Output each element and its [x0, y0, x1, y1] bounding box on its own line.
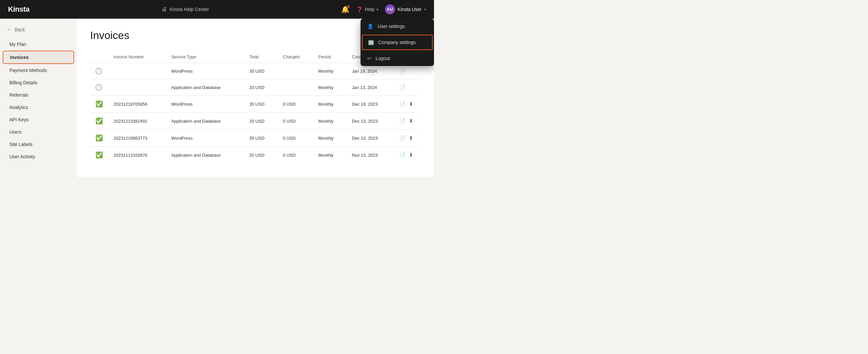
view-invoice-icon[interactable]: 📄 [399, 84, 406, 90]
invoice-status-cell: ? [90, 63, 108, 79]
back-button[interactable]: ← Back [0, 25, 32, 38]
user-icon: 👤 [367, 23, 374, 29]
created-cell: Nov 13, 2023 [346, 147, 394, 164]
notification-button[interactable]: 🔔 [341, 5, 349, 13]
help-center-label: Kinsta Help Center [169, 7, 209, 12]
view-invoice-icon[interactable]: 📄 [399, 152, 406, 158]
check-icon: ✅ [95, 118, 103, 124]
service-type-cell: WordPress [166, 96, 244, 113]
charged-cell: 0 USD [277, 147, 313, 164]
question-icon: ? [95, 68, 102, 74]
created-cell: Dec 10, 2023 [346, 130, 394, 147]
created-cell: Dec 13, 2023 [346, 113, 394, 130]
building-icon: 🏢 [368, 39, 374, 45]
invoice-status-cell: ✅ [90, 96, 108, 113]
period-cell: Monthly [313, 79, 346, 96]
help-button[interactable]: ❓ Help ▾ [356, 6, 378, 13]
dropdown-item-logout[interactable]: ↩ Logout [361, 51, 434, 66]
service-type-cell: Application and Database [166, 147, 244, 164]
invoice-status-cell: ? [90, 79, 108, 96]
col-header-total: Total [244, 51, 278, 63]
invoices-table: Invoice Number Service Type Total Charge… [90, 51, 421, 163]
view-invoice-icon[interactable]: 📄 [399, 68, 406, 74]
table-row: ✅20231213382492Application and Database2… [90, 113, 421, 130]
download-invoice-icon[interactable]: ⬇ [409, 118, 413, 124]
invoice-number-cell [108, 79, 166, 96]
charged-cell [277, 63, 313, 79]
created-cell: Jan 13, 2024 [346, 79, 394, 96]
download-invoice-icon[interactable]: ⬇ [409, 152, 413, 158]
col-header-charged: Charged [277, 51, 313, 63]
invoice-number-cell: 20231219705956 [108, 96, 166, 113]
period-cell: Monthly [313, 130, 346, 147]
actions-cell: 📄 ⬇ [394, 130, 421, 147]
service-type-cell: Application and Database [166, 79, 244, 96]
topnav: Kinsta 🖨 Kinsta Help Center 🔔 ❓ Help ▾ K… [0, 0, 434, 19]
total-cell: 20 USD [244, 79, 278, 96]
service-type-cell: WordPress [166, 63, 244, 79]
sidebar-item-my-plan[interactable]: My Plan [3, 38, 74, 50]
company-settings-label: Company settings [378, 40, 416, 45]
download-invoice-icon[interactable]: ⬇ [409, 101, 413, 107]
actions-cell: 📄 [394, 79, 421, 96]
sidebar-item-users[interactable]: Users [3, 126, 74, 138]
invoice-status-cell: ✅ [90, 113, 108, 130]
dropdown-item-company-settings[interactable]: 🏢 Company settings [362, 35, 433, 50]
charged-cell: 0 USD [277, 113, 313, 130]
col-header-period: Period [313, 51, 346, 63]
user-settings-label: User settings [378, 24, 405, 29]
dropdown-item-user-settings[interactable]: 👤 User settings [361, 19, 434, 34]
back-arrow-icon: ← [7, 27, 12, 33]
question-icon: ? [95, 84, 102, 91]
total-cell: 35 USD [244, 130, 278, 147]
total-cell: 35 USD [244, 96, 278, 113]
actions-cell: 📄 ⬇ [394, 113, 421, 130]
period-cell: Monthly [313, 113, 346, 130]
help-center-button[interactable]: 🖨 Kinsta Help Center [162, 6, 209, 12]
actions-cell: 📄 ⬇ [394, 147, 421, 164]
check-icon: ✅ [95, 101, 103, 107]
sidebar-item-referrals[interactable]: Referrals [3, 89, 74, 101]
charged-cell: 0 USD [277, 96, 313, 113]
col-header-invoice-number: Invoice Number [108, 51, 166, 63]
period-cell: Monthly [313, 63, 346, 79]
created-cell: Dec 19, 2023 [346, 96, 394, 113]
download-invoice-icon[interactable]: ⬇ [409, 135, 413, 141]
sidebar: ← Back My Plan Invoices Payment Methods … [0, 19, 77, 177]
sidebar-item-site-labels[interactable]: Site Labels [3, 138, 74, 150]
sidebar-item-analytics[interactable]: Analytics [3, 101, 74, 113]
user-menu-button[interactable]: KU Kinsta User ▾ [385, 4, 426, 14]
table-row: ?Application and Database20 USDMonthlyJa… [90, 79, 421, 96]
chevron-down-icon: ▾ [377, 8, 378, 11]
check-icon: ✅ [95, 135, 103, 141]
notification-dot [347, 5, 349, 8]
printer-icon: 🖨 [162, 6, 167, 12]
avatar: KU [385, 4, 395, 14]
user-label: Kinsta User [398, 7, 422, 12]
sidebar-item-billing-details[interactable]: Billing Details [3, 77, 74, 88]
actions-cell: 📄 ⬇ [394, 96, 421, 113]
service-type-cell: WordPress [166, 130, 244, 147]
sidebar-item-api-keys[interactable]: API Keys [3, 114, 74, 126]
period-cell: Monthly [313, 147, 346, 164]
chevron-down-icon: ▾ [424, 8, 426, 11]
total-cell: 35 USD [244, 63, 278, 79]
check-icon: ✅ [95, 152, 103, 158]
sidebar-item-user-activity[interactable]: User Activity [3, 151, 74, 163]
back-label: Back [15, 27, 25, 32]
invoice-number-cell: 20231213382492 [108, 113, 166, 130]
view-invoice-icon[interactable]: 📄 [399, 101, 406, 107]
table-row: ✅20231113102878Application and Database2… [90, 147, 421, 164]
sidebar-item-payment-methods[interactable]: Payment Methods [3, 64, 74, 76]
invoice-number-cell [108, 63, 166, 79]
table-row: ✅20231210663773WordPress35 USD0 USDMonth… [90, 130, 421, 147]
view-invoice-icon[interactable]: 📄 [399, 118, 406, 124]
topnav-right: 🔔 ❓ Help ▾ KU Kinsta User ▾ [341, 4, 426, 14]
total-cell: 20 USD [244, 147, 278, 164]
invoice-number-cell: 20231113102878 [108, 147, 166, 164]
sidebar-item-invoices[interactable]: Invoices [3, 51, 74, 64]
logout-label: Logout [376, 56, 390, 61]
user-dropdown-menu: 👤 User settings 🏢 Company settings ↩ Log… [361, 19, 434, 66]
service-type-cell: Application and Database [166, 113, 244, 130]
view-invoice-icon[interactable]: 📄 [399, 135, 406, 141]
